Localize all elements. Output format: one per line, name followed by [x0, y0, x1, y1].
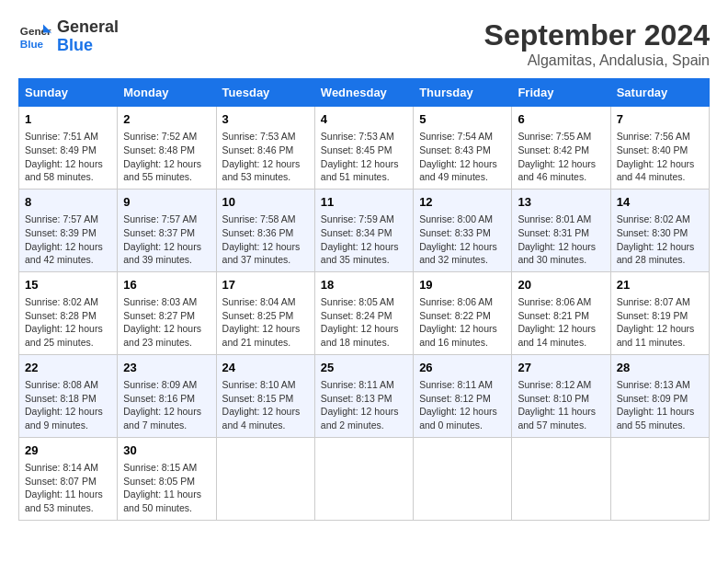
day-number: 23	[123, 360, 210, 376]
calendar-week-row: 8Sunrise: 7:57 AMSunset: 8:39 PMDaylight…	[19, 189, 710, 271]
cell-line: and 21 minutes.	[222, 336, 309, 350]
cell-line: Sunrise: 7:53 AM	[222, 130, 309, 144]
cell-line: Sunset: 8:46 PM	[222, 144, 309, 157]
calendar-cell: 22Sunrise: 8:08 AMSunset: 8:18 PMDayligh…	[19, 354, 118, 437]
calendar-cell: 6Sunrise: 7:55 AMSunset: 8:42 PMDaylight…	[512, 107, 610, 190]
calendar-cell: 13Sunrise: 8:01 AMSunset: 8:31 PMDayligh…	[512, 189, 610, 271]
cell-line: Daylight: 12 hours	[123, 157, 210, 171]
cell-line: Sunset: 8:21 PM	[518, 309, 604, 323]
cell-line: Sunrise: 8:02 AM	[25, 295, 111, 309]
day-number: 28	[617, 360, 703, 376]
day-number: 7	[617, 111, 703, 128]
col-header-wednesday: Wednesday	[314, 79, 413, 107]
day-number: 9	[123, 194, 210, 211]
calendar-cell	[216, 437, 314, 520]
day-number: 14	[617, 194, 703, 211]
cell-line: Sunset: 8:31 PM	[518, 226, 604, 240]
cell-line: Sunrise: 8:04 AM	[222, 295, 309, 309]
cell-line: Sunrise: 8:05 AM	[321, 295, 407, 309]
day-number: 13	[518, 194, 604, 211]
day-number: 26	[419, 360, 506, 376]
cell-line: and 32 minutes.	[419, 253, 506, 267]
cell-line: Daylight: 12 hours	[321, 405, 407, 419]
calendar-cell	[314, 437, 413, 520]
calendar-cell: 24Sunrise: 8:10 AMSunset: 8:15 PMDayligh…	[216, 354, 314, 437]
cell-line: Sunset: 8:39 PM	[25, 226, 111, 240]
cell-line: Sunrise: 8:03 AM	[123, 295, 210, 309]
logo-text: General Blue	[57, 18, 119, 55]
cell-line: Daylight: 11 hours	[617, 405, 703, 419]
day-number: 5	[419, 111, 506, 128]
cell-line: Daylight: 11 hours	[25, 488, 111, 501]
cell-line: and 53 minutes.	[222, 170, 309, 184]
cell-line: Sunrise: 7:57 AM	[25, 213, 111, 226]
cell-line: Sunrise: 8:07 AM	[617, 295, 703, 309]
calendar-week-row: 29Sunrise: 8:14 AMSunset: 8:07 PMDayligh…	[19, 437, 710, 520]
cell-line: Daylight: 12 hours	[617, 157, 703, 171]
cell-line: and 9 minutes.	[25, 419, 111, 432]
calendar-week-row: 22Sunrise: 8:08 AMSunset: 8:18 PMDayligh…	[19, 354, 710, 437]
cell-line: Daylight: 12 hours	[25, 240, 111, 254]
cell-line: Sunset: 8:25 PM	[222, 309, 309, 323]
logo: General Blue General Blue	[18, 18, 119, 55]
cell-line: Daylight: 12 hours	[123, 405, 210, 419]
calendar-cell: 23Sunrise: 8:09 AMSunset: 8:16 PMDayligh…	[118, 354, 216, 437]
cell-line: Sunrise: 7:58 AM	[222, 213, 309, 226]
calendar-cell	[414, 437, 512, 520]
cell-line: Sunrise: 7:56 AM	[617, 130, 703, 144]
cell-line: Daylight: 12 hours	[518, 157, 604, 171]
calendar-cell: 11Sunrise: 7:59 AMSunset: 8:34 PMDayligh…	[314, 189, 413, 271]
cell-line: Daylight: 12 hours	[617, 240, 703, 254]
day-number: 8	[25, 194, 111, 211]
calendar-cell: 27Sunrise: 8:12 AMSunset: 8:10 PMDayligh…	[512, 354, 610, 437]
cell-line: Sunset: 8:10 PM	[518, 392, 604, 406]
cell-line: and 46 minutes.	[518, 170, 604, 184]
cell-line: Sunset: 8:48 PM	[123, 144, 210, 157]
cell-line: and 57 minutes.	[518, 419, 604, 432]
calendar-cell: 17Sunrise: 8:04 AMSunset: 8:25 PMDayligh…	[216, 271, 314, 354]
cell-line: Daylight: 12 hours	[419, 405, 506, 419]
cell-line: Sunset: 8:36 PM	[222, 226, 309, 240]
cell-line: and 35 minutes.	[321, 253, 407, 267]
cell-line: and 44 minutes.	[617, 170, 703, 184]
cell-line: Sunset: 8:37 PM	[123, 226, 210, 240]
cell-line: Daylight: 12 hours	[222, 240, 309, 254]
cell-line: Daylight: 12 hours	[617, 322, 703, 336]
cell-line: Daylight: 12 hours	[321, 322, 407, 336]
calendar-cell: 25Sunrise: 8:11 AMSunset: 8:13 PMDayligh…	[314, 354, 413, 437]
col-header-friday: Friday	[512, 79, 610, 107]
day-number: 16	[123, 277, 210, 293]
cell-line: and 51 minutes.	[321, 170, 407, 184]
cell-line: Daylight: 12 hours	[419, 157, 506, 171]
cell-line: and 0 minutes.	[419, 419, 506, 432]
calendar-cell: 9Sunrise: 7:57 AMSunset: 8:37 PMDaylight…	[118, 189, 216, 271]
cell-line: Sunset: 8:07 PM	[25, 475, 111, 488]
calendar-week-row: 1Sunrise: 7:51 AMSunset: 8:49 PMDaylight…	[19, 107, 710, 190]
col-header-monday: Monday	[118, 79, 216, 107]
cell-line: Sunset: 8:22 PM	[419, 309, 506, 323]
cell-line: Sunset: 8:18 PM	[25, 392, 111, 406]
day-number: 22	[25, 360, 111, 376]
cell-line: Sunrise: 8:01 AM	[518, 213, 604, 226]
cell-line: and 25 minutes.	[25, 336, 111, 350]
calendar-table: SundayMondayTuesdayWednesdayThursdayFrid…	[18, 78, 710, 521]
calendar-cell: 8Sunrise: 7:57 AMSunset: 8:39 PMDaylight…	[19, 189, 118, 271]
calendar-cell: 15Sunrise: 8:02 AMSunset: 8:28 PMDayligh…	[19, 271, 118, 354]
cell-line: Sunset: 8:27 PM	[123, 309, 210, 323]
calendar-cell: 30Sunrise: 8:15 AMSunset: 8:05 PMDayligh…	[118, 437, 216, 520]
cell-line: Daylight: 12 hours	[419, 322, 506, 336]
calendar-cell: 10Sunrise: 7:58 AMSunset: 8:36 PMDayligh…	[216, 189, 314, 271]
cell-line: Sunset: 8:09 PM	[617, 392, 703, 406]
cell-line: Sunrise: 8:10 AM	[222, 378, 309, 392]
cell-line: and 23 minutes.	[123, 336, 210, 350]
cell-line: and 11 minutes.	[617, 336, 703, 350]
cell-line: Sunset: 8:05 PM	[123, 475, 210, 488]
cell-line: and 18 minutes.	[321, 336, 407, 350]
cell-line: and 4 minutes.	[222, 419, 309, 432]
calendar-cell: 19Sunrise: 8:06 AMSunset: 8:22 PMDayligh…	[414, 271, 512, 354]
cell-line: Daylight: 12 hours	[518, 240, 604, 254]
svg-text:Blue: Blue	[20, 37, 44, 49]
cell-line: Daylight: 12 hours	[25, 157, 111, 171]
calendar-cell: 7Sunrise: 7:56 AMSunset: 8:40 PMDaylight…	[610, 107, 709, 190]
day-number: 25	[321, 360, 407, 376]
